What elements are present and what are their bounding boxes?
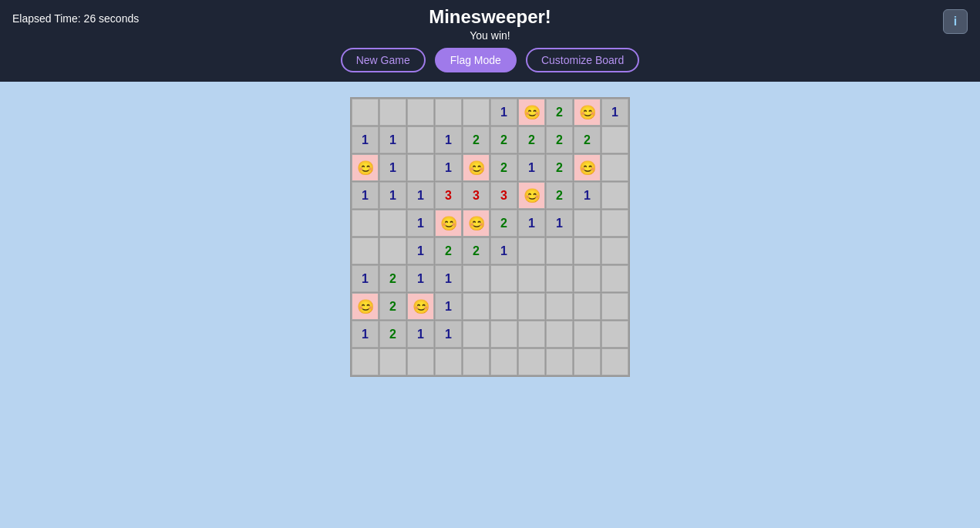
cell-4-9[interactable]	[601, 210, 628, 237]
cell-3-9[interactable]	[601, 182, 628, 209]
cell-5-8[interactable]	[574, 237, 601, 264]
cell-6-2[interactable]: 1	[407, 265, 434, 292]
cell-9-4[interactable]	[463, 348, 490, 375]
cell-0-9[interactable]: 1	[601, 99, 628, 126]
cell-9-8[interactable]	[574, 348, 601, 375]
cell-9-0[interactable]	[352, 348, 379, 375]
cell-7-8[interactable]	[574, 293, 601, 320]
cell-3-3[interactable]: 3	[435, 182, 462, 209]
cell-4-1[interactable]	[379, 210, 406, 237]
customize-board-button[interactable]: Customize Board	[526, 48, 639, 72]
cell-2-0[interactable]: 😊	[352, 154, 379, 181]
cell-2-6[interactable]: 1	[518, 154, 545, 181]
cell-2-2[interactable]	[407, 154, 434, 181]
cell-7-0[interactable]: 😊	[352, 293, 379, 320]
cell-9-7[interactable]	[546, 348, 573, 375]
cell-5-6[interactable]	[518, 237, 545, 264]
cell-7-7[interactable]	[546, 293, 573, 320]
cell-6-3[interactable]: 1	[435, 265, 462, 292]
cell-5-5[interactable]: 1	[490, 237, 517, 264]
cell-0-5[interactable]: 1	[490, 99, 517, 126]
cell-0-7[interactable]: 2	[546, 99, 573, 126]
cell-4-8[interactable]	[574, 210, 601, 237]
cell-3-1[interactable]: 1	[379, 182, 406, 209]
cell-4-7[interactable]: 1	[546, 210, 573, 237]
cell-8-8[interactable]	[574, 321, 601, 348]
new-game-button[interactable]: New Game	[341, 48, 426, 72]
cell-0-6[interactable]: 😊	[518, 99, 545, 126]
cell-6-4[interactable]	[463, 265, 490, 292]
cell-7-4[interactable]	[463, 293, 490, 320]
cell-4-0[interactable]	[352, 210, 379, 237]
cell-6-8[interactable]	[574, 265, 601, 292]
cell-4-4[interactable]: 😊	[463, 210, 490, 237]
cell-0-3[interactable]	[435, 99, 462, 126]
cell-4-2[interactable]: 1	[407, 210, 434, 237]
cell-5-0[interactable]	[352, 237, 379, 264]
cell-1-8[interactable]: 2	[574, 126, 601, 153]
cell-1-0[interactable]: 1	[352, 126, 379, 153]
cell-8-6[interactable]	[518, 321, 545, 348]
cell-6-9[interactable]	[601, 265, 628, 292]
cell-8-5[interactable]	[490, 321, 517, 348]
cell-9-9[interactable]	[601, 348, 628, 375]
cell-0-0[interactable]	[352, 99, 379, 126]
cell-2-8[interactable]: 😊	[574, 154, 601, 181]
info-button[interactable]: i	[943, 9, 968, 34]
cell-7-9[interactable]	[601, 293, 628, 320]
cell-4-6[interactable]: 1	[518, 210, 545, 237]
cell-5-1[interactable]	[379, 237, 406, 264]
cell-3-6[interactable]: 😊	[518, 182, 545, 209]
cell-6-0[interactable]: 1	[352, 265, 379, 292]
cell-5-7[interactable]	[546, 237, 573, 264]
cell-3-7[interactable]: 2	[546, 182, 573, 209]
cell-1-5[interactable]: 2	[490, 126, 517, 153]
cell-5-3[interactable]: 2	[435, 237, 462, 264]
cell-4-5[interactable]: 2	[490, 210, 517, 237]
cell-1-2[interactable]	[407, 126, 434, 153]
cell-1-9[interactable]	[601, 126, 628, 153]
cell-7-6[interactable]	[518, 293, 545, 320]
cell-6-7[interactable]	[546, 265, 573, 292]
cell-1-1[interactable]: 1	[379, 126, 406, 153]
cell-8-4[interactable]	[463, 321, 490, 348]
cell-8-0[interactable]: 1	[352, 321, 379, 348]
cell-5-9[interactable]	[601, 237, 628, 264]
cell-8-3[interactable]: 1	[435, 321, 462, 348]
cell-7-1[interactable]: 2	[379, 293, 406, 320]
cell-3-4[interactable]: 3	[463, 182, 490, 209]
cell-3-2[interactable]: 1	[407, 182, 434, 209]
flag-mode-button[interactable]: Flag Mode	[435, 48, 517, 72]
cell-9-6[interactable]	[518, 348, 545, 375]
cell-2-1[interactable]: 1	[379, 154, 406, 181]
cell-0-2[interactable]	[407, 99, 434, 126]
cell-2-3[interactable]: 1	[435, 154, 462, 181]
cell-1-4[interactable]: 2	[463, 126, 490, 153]
cell-6-5[interactable]	[490, 265, 517, 292]
cell-7-5[interactable]	[490, 293, 517, 320]
cell-9-1[interactable]	[379, 348, 406, 375]
cell-2-4[interactable]: 😊	[463, 154, 490, 181]
cell-5-2[interactable]: 1	[407, 237, 434, 264]
cell-3-0[interactable]: 1	[352, 182, 379, 209]
cell-0-1[interactable]	[379, 99, 406, 126]
cell-3-5[interactable]: 3	[490, 182, 517, 209]
cell-2-9[interactable]	[601, 154, 628, 181]
cell-1-6[interactable]: 2	[518, 126, 545, 153]
cell-9-2[interactable]	[407, 348, 434, 375]
cell-9-3[interactable]	[435, 348, 462, 375]
cell-9-5[interactable]	[490, 348, 517, 375]
cell-8-1[interactable]: 2	[379, 321, 406, 348]
cell-8-2[interactable]: 1	[407, 321, 434, 348]
cell-6-1[interactable]: 2	[379, 265, 406, 292]
cell-6-6[interactable]	[518, 265, 545, 292]
cell-7-2[interactable]: 😊	[407, 293, 434, 320]
cell-5-4[interactable]: 2	[463, 237, 490, 264]
cell-1-7[interactable]: 2	[546, 126, 573, 153]
cell-8-9[interactable]	[601, 321, 628, 348]
cell-4-3[interactable]: 😊	[435, 210, 462, 237]
cell-0-4[interactable]	[463, 99, 490, 126]
cell-2-7[interactable]: 2	[546, 154, 573, 181]
cell-3-8[interactable]: 1	[574, 182, 601, 209]
cell-7-3[interactable]: 1	[435, 293, 462, 320]
